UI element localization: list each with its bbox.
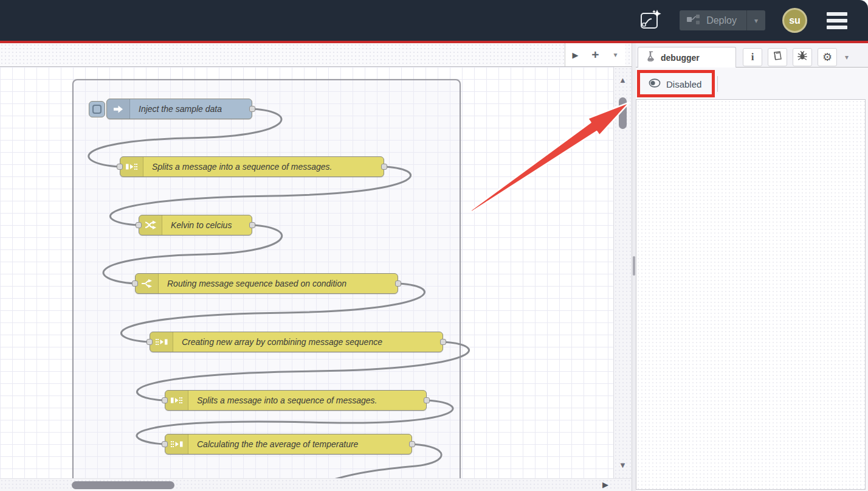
flask-icon <box>647 51 655 64</box>
node-output-port[interactable] <box>409 441 415 447</box>
wires-layer <box>0 67 613 478</box>
node-label: Splits a message into a sequence of mess… <box>152 157 377 176</box>
scroll-tabs-right-button[interactable]: ▶ <box>568 50 583 60</box>
flow-tabbar: ▶ + ▾ <box>0 43 632 67</box>
node-label: Creating new array by combining message … <box>182 332 436 352</box>
deploy-options-caret[interactable]: ▾ <box>746 10 765 30</box>
node-output-port[interactable] <box>381 164 387 170</box>
debug-messages-panel[interactable] <box>636 99 866 490</box>
node-label: Splits a message into a sequence of mess… <box>197 391 420 410</box>
node-output-port[interactable] <box>424 397 430 403</box>
filter-divider <box>717 76 718 92</box>
horizontal-scrollbar-thumb[interactable] <box>72 481 174 489</box>
split-icon <box>120 157 143 176</box>
inject-arrow-icon <box>107 99 130 119</box>
scroll-right-icon[interactable]: ▶ <box>602 480 608 489</box>
debug-messages-button[interactable] <box>793 48 812 66</box>
avatar-initials: su <box>789 15 801 26</box>
flow-canvas[interactable]: Inject the sample dataSplits a message i… <box>0 67 613 478</box>
main-menu-button[interactable] <box>824 10 850 32</box>
sidebar-tabbar: debugger i <box>636 43 868 68</box>
annotation-highlight-box <box>637 70 715 97</box>
info-icon: i <box>751 51 754 63</box>
scroll-down-icon[interactable]: ▼ <box>614 461 632 470</box>
vertical-scrollbar[interactable]: ▲ ▼ <box>613 67 632 478</box>
node-output-port[interactable] <box>249 106 255 112</box>
bug-icon <box>797 50 808 64</box>
join-icon <box>165 434 188 454</box>
debug-sidebar: debugger i <box>636 43 868 491</box>
node-input-port[interactable] <box>162 397 168 403</box>
node-join-2[interactable]: Calculating the the average of temperatu… <box>165 434 412 454</box>
workspace-column: ▶ + ▾ Inject the sample dataSplits a mes… <box>0 43 632 491</box>
node-input-port[interactable] <box>117 164 123 170</box>
debug-filter-toolbar: Disabled <box>636 68 868 99</box>
vertical-scrollbar-thumb[interactable] <box>619 97 627 129</box>
gear-icon: ⚙ <box>822 50 832 64</box>
tab-debugger[interactable]: debugger <box>638 47 736 68</box>
node-label: Calculating the the average of temperatu… <box>197 434 405 454</box>
deploy-button-label: Deploy <box>706 15 737 26</box>
chevron-down-icon: ▾ <box>754 16 758 25</box>
sidebar-splitter[interactable] <box>632 43 636 491</box>
node-input-port[interactable] <box>146 339 153 345</box>
node-input-port[interactable] <box>162 441 168 447</box>
split-icon <box>165 391 188 410</box>
user-avatar[interactable]: su <box>782 8 807 33</box>
node-split-1[interactable]: Splits a message into a sequence of mess… <box>120 156 384 177</box>
ai-assistant-button[interactable] <box>639 9 663 32</box>
tab-debugger-label: debugger <box>661 53 700 63</box>
change-icon <box>139 215 162 235</box>
splitter-grip[interactable] <box>633 256 635 276</box>
node-switch[interactable]: Routing message sequence based on condit… <box>135 273 398 294</box>
horizontal-scrollbar[interactable]: ▶ <box>0 478 632 491</box>
app-header: Deploy ▾ su <box>0 0 868 41</box>
info-button[interactable]: i <box>743 48 762 66</box>
node-inject[interactable]: Inject the sample data <box>106 99 252 119</box>
node-split-2[interactable]: Splits a message into a sequence of mess… <box>165 390 427 411</box>
node-input-port[interactable] <box>136 222 142 228</box>
hamburger-menu-icon <box>827 12 847 16</box>
switch-icon <box>136 274 159 293</box>
sidebar-collapse-caret[interactable]: ▾ <box>845 53 849 61</box>
inject-trigger-button[interactable] <box>89 101 105 117</box>
settings-button[interactable]: ⚙ <box>818 48 837 66</box>
node-change[interactable]: Kelvin to celcius <box>139 215 252 235</box>
node-output-port[interactable] <box>395 280 401 287</box>
node-output-port[interactable] <box>249 222 255 228</box>
node-input-port[interactable] <box>132 280 138 287</box>
add-flow-button[interactable]: + <box>588 47 603 62</box>
node-label: Inject the sample data <box>139 99 246 119</box>
book-icon <box>772 50 783 64</box>
deploy-button[interactable]: Deploy ▾ <box>680 10 765 30</box>
help-button[interactable] <box>768 48 787 66</box>
scroll-up-icon[interactable]: ▲ <box>614 75 632 85</box>
node-join-1[interactable]: Creating new array by combining message … <box>150 332 443 352</box>
node-label: Kelvin to celcius <box>171 215 246 235</box>
ai-flow-sparkle-icon <box>639 8 663 33</box>
join-icon <box>150 332 173 352</box>
node-output-port[interactable] <box>440 339 446 345</box>
node-label: Routing message sequence based on condit… <box>167 274 391 293</box>
flow-list-button[interactable]: ▾ <box>608 50 623 59</box>
deploy-nodes-icon <box>687 13 700 28</box>
